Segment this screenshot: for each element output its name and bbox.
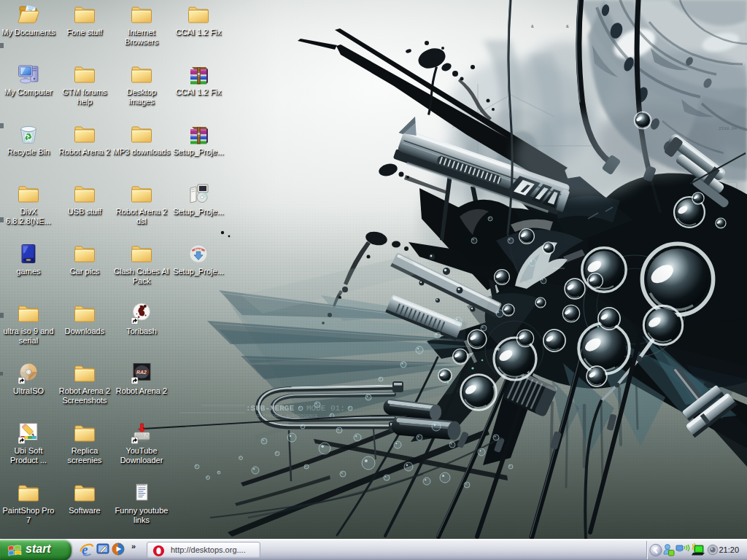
svg-text:DEPTHCORE-SUBMERGENCE: DEPTHCORE-SUBMERGENCE <box>257 413 318 419</box>
svg-text:&: & <box>566 24 569 29</box>
svg-text:&: & <box>531 24 534 29</box>
svg-text:2318.04: 2318.04 <box>719 126 738 131</box>
svg-text:»: » <box>131 542 136 551</box>
svg-text:e: e <box>82 542 88 557</box>
svg-text::SUB-MERGE: :SUB-MERGE <box>246 404 294 413</box>
svg-text:MODE 01:: MODE 01: <box>306 404 345 413</box>
